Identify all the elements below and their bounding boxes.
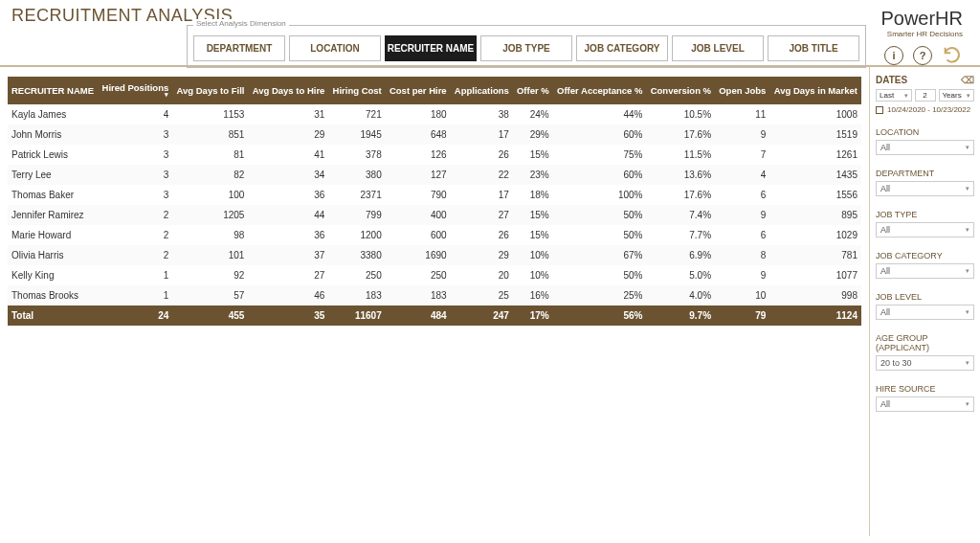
info-icon[interactable]: i	[884, 46, 903, 65]
column-header[interactable]: Avg Days to Hire	[248, 77, 328, 104]
metric-cell: 36	[248, 185, 328, 205]
column-header[interactable]: Hired Positions▾	[98, 77, 172, 104]
filter-department: DEPARTMENTAll▾	[876, 169, 974, 196]
table-row[interactable]: Terry Lee382343801272223%60%13.6%41435	[8, 165, 861, 185]
tab-recruiter-name[interactable]: RECRUITER NAME	[385, 35, 477, 61]
filter-value: All	[880, 399, 890, 409]
chevron-down-icon: ▾	[967, 92, 970, 100]
recruitment-table: RECRUITER NAMEHired Positions▾Avg Days t…	[8, 77, 861, 326]
metric-cell: 27	[248, 265, 328, 285]
column-header[interactable]: Avg Days to Fill	[172, 77, 248, 104]
column-header[interactable]: RECRUITER NAME	[8, 77, 98, 104]
metric-cell: 895	[769, 205, 861, 225]
metric-cell: 15%	[513, 145, 553, 165]
metric-cell: 9	[715, 124, 769, 145]
metric-cell: 1008	[769, 104, 861, 124]
calendar-icon[interactable]	[876, 106, 883, 114]
metric-cell: 1435	[769, 165, 861, 185]
metric-cell: 17	[451, 185, 513, 205]
metric-cell: 100%	[553, 185, 647, 205]
filter-value: All	[880, 307, 890, 317]
clear-filters-icon[interactable]: ⌫	[961, 75, 974, 85]
metric-cell: 3	[98, 165, 172, 185]
help-icon[interactable]: ?	[913, 46, 932, 65]
metric-cell: 6	[715, 225, 769, 245]
metric-cell: 790	[386, 185, 451, 205]
filter-value: 20 to 30	[880, 358, 912, 368]
filter-select[interactable]: All▾	[876, 305, 974, 320]
total-cell: 9.7%	[646, 305, 715, 326]
metric-cell: 5.0%	[646, 265, 715, 285]
column-header[interactable]: Conversion %	[646, 77, 715, 104]
filter-select[interactable]: All▾	[876, 222, 974, 238]
column-header[interactable]: Applications	[451, 77, 513, 104]
metric-cell: 29	[451, 245, 513, 265]
tab-job-type[interactable]: JOB TYPE	[480, 35, 572, 61]
table-row[interactable]: Thomas Brooks157461831832516%25%4.0%1099…	[8, 285, 861, 305]
table-row[interactable]: Thomas Baker31003623717901718%100%17.6%6…	[8, 185, 861, 205]
column-header[interactable]: Offer %	[513, 77, 553, 104]
column-header[interactable]: Offer Acceptance %	[553, 77, 647, 104]
metric-cell: 17.6%	[646, 124, 715, 145]
dates-label: DATES	[876, 75, 907, 85]
metric-cell: 16%	[513, 285, 553, 305]
table-row[interactable]: Kayla James41153317211803824%44%10.5%111…	[8, 104, 861, 124]
filter-select[interactable]: All▾	[876, 140, 974, 155]
reset-icon[interactable]	[942, 44, 963, 67]
metric-cell: 15%	[513, 205, 553, 225]
date-period-select[interactable]: Years▾	[939, 89, 975, 102]
metric-cell: 81	[172, 145, 248, 165]
column-header[interactable]: Hiring Cost	[328, 77, 385, 104]
metric-cell: 2	[98, 245, 172, 265]
metric-cell: 1	[98, 285, 172, 305]
chevron-down-icon: ▾	[904, 92, 908, 100]
metric-cell: 721	[328, 104, 385, 124]
table-row[interactable]: Olivia Harris210137338016902910%67%6.9%8…	[8, 245, 861, 265]
date-relative-select[interactable]: Last▾	[876, 89, 912, 102]
metric-cell: 1519	[769, 124, 861, 145]
recruiter-name-cell: John Morris	[8, 124, 98, 145]
metric-cell: 1077	[769, 265, 861, 285]
filter-select[interactable]: All▾	[876, 181, 974, 196]
column-header[interactable]: Cost per Hire	[386, 77, 451, 104]
column-header[interactable]: Open Jobs	[715, 77, 769, 104]
table-row[interactable]: Jennifer Ramirez21205447994002715%50%7.4…	[8, 205, 861, 225]
column-header[interactable]: Avg Days in Market	[769, 77, 861, 104]
brand-tagline: Smarter HR Decisions	[880, 30, 963, 38]
metric-cell: 851	[172, 124, 248, 145]
metric-cell: 25	[451, 285, 513, 305]
total-cell: 484	[386, 305, 451, 326]
tab-job-title[interactable]: JOB TITLE	[768, 35, 859, 61]
metric-cell: 38	[451, 104, 513, 124]
recruiter-name-cell: Marie Howard	[8, 225, 98, 245]
tab-job-level[interactable]: JOB LEVEL	[672, 35, 764, 61]
recruiter-name-cell: Kayla James	[8, 104, 98, 124]
recruiter-name-cell: Thomas Brooks	[8, 285, 98, 305]
metric-cell: 98	[172, 225, 248, 245]
recruiter-name-cell: Jennifer Ramirez	[8, 205, 98, 225]
metric-cell: 1690	[386, 245, 451, 265]
metric-cell: 400	[386, 205, 451, 225]
metric-cell: 6.9%	[646, 245, 715, 265]
tab-location[interactable]: LOCATION	[289, 35, 381, 61]
metric-cell: 10%	[513, 265, 553, 285]
tab-department[interactable]: DEPARTMENT	[193, 35, 285, 61]
filter-job-level: JOB LEVELAll▾	[876, 292, 974, 320]
metric-cell: 50%	[553, 205, 647, 225]
metric-cell: 183	[386, 285, 451, 305]
chevron-down-icon: ▾	[966, 144, 969, 151]
filter-select[interactable]: 20 to 30▾	[876, 355, 974, 371]
recruiter-name-cell: Kelly King	[8, 265, 98, 285]
table-row[interactable]: John Morris38512919456481729%60%17.6%915…	[8, 124, 861, 145]
filter-select[interactable]: All▾	[876, 263, 974, 279]
table-row[interactable]: Marie Howard2983612006002615%50%7.7%6102…	[8, 225, 861, 245]
metric-cell: 22	[451, 165, 513, 185]
date-count-select[interactable]: 2	[915, 89, 936, 102]
table-row[interactable]: Kelly King192272502502010%50%5.0%91077	[8, 265, 861, 285]
tab-job-category[interactable]: JOB CATEGORY	[576, 35, 668, 61]
filter-panel: DATES ⌫ Last▾ 2 Years▾ 10/24/2020 - 10/2…	[869, 67, 980, 536]
metric-cell: 1153	[172, 104, 248, 124]
metric-cell: 20	[451, 265, 513, 285]
table-row[interactable]: Patrick Lewis381413781262615%75%11.5%712…	[8, 145, 861, 165]
filter-select[interactable]: All▾	[876, 396, 974, 412]
